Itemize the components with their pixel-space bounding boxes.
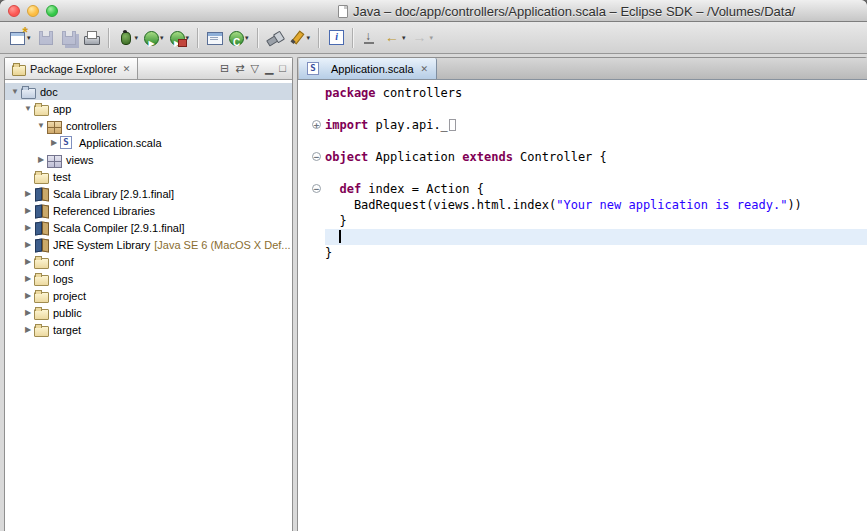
- close-view-icon[interactable]: ✕: [123, 64, 131, 74]
- package-explorer-tab[interactable]: Package Explorer ✕: [5, 58, 138, 79]
- dropdown-arrow-icon[interactable]: ▾: [245, 34, 249, 42]
- javadoc-info-button[interactable]: [324, 26, 347, 50]
- new-java-class-icon: [229, 31, 244, 46]
- package-explorer-toolbar: ⊟⇄▽▁□: [220, 58, 292, 79]
- external-tools-button[interactable]: ▾: [167, 26, 193, 50]
- code-line[interactable]: BadRequest(views.html.index("Your new ap…: [325, 197, 867, 213]
- editor-tab-application-scala[interactable]: S Application.scala ✕: [299, 58, 437, 79]
- close-editor-tab-icon[interactable]: ✕: [421, 64, 429, 74]
- debug-button[interactable]: ▾: [114, 26, 142, 50]
- tree-item-label: logs: [53, 273, 73, 285]
- tree-item-label: Referenced Libraries: [53, 205, 155, 217]
- link-with-editor-icon[interactable]: ⇄: [235, 63, 244, 74]
- folder-icon: [34, 102, 50, 116]
- new-java-class-button[interactable]: ▾: [226, 26, 252, 50]
- tree-item-application-scala[interactable]: ▶SApplication.scala: [5, 134, 292, 151]
- disclosure-collapsed-icon[interactable]: ▶: [22, 291, 34, 300]
- fold-plus-icon[interactable]: +: [312, 120, 321, 129]
- tree-item-scala-compiler-2-9-1-final[interactable]: ▶Scala Compiler [2.9.1.final]: [5, 219, 292, 236]
- fold-minus-icon[interactable]: −: [312, 152, 321, 161]
- tree-item-views[interactable]: ▶views: [5, 151, 292, 168]
- new-java-project-button[interactable]: [203, 26, 226, 50]
- code-line-current[interactable]: [325, 229, 867, 245]
- tree-item-controllers[interactable]: ▼controllers: [5, 117, 292, 134]
- tree-item-scala-library-2-9-1-final[interactable]: ▶Scala Library [2.9.1.final]: [5, 185, 292, 202]
- dropdown-arrow-icon[interactable]: ▾: [430, 34, 434, 42]
- disclosure-collapsed-icon[interactable]: ▶: [22, 240, 34, 249]
- new-java-project-icon: [206, 29, 223, 46]
- search-button[interactable]: [263, 26, 286, 50]
- tree-item-app[interactable]: ▼app: [5, 100, 292, 117]
- toolbar-separator: [197, 28, 198, 48]
- save-all-button: [57, 26, 80, 50]
- main-toolbar: ▾▾▾▾▾▾▾▾: [0, 22, 867, 54]
- disclosure-expanded-icon[interactable]: ▼: [22, 104, 34, 113]
- code-line[interactable]: [325, 133, 867, 149]
- code-line[interactable]: [325, 101, 867, 117]
- tree-item-logs[interactable]: ▶logs: [5, 270, 292, 287]
- new-wizard-button[interactable]: ▾: [6, 26, 34, 50]
- tree-item-label: target: [53, 324, 81, 336]
- disclosure-expanded-icon[interactable]: ▼: [9, 87, 21, 96]
- code-line[interactable]: package controllers: [325, 85, 867, 101]
- disclosure-expanded-icon[interactable]: ▼: [35, 121, 47, 130]
- tree-item-label: doc: [40, 86, 58, 98]
- fold-ruler-cell: [298, 197, 325, 213]
- save-button: [34, 26, 57, 50]
- print-icon: [83, 29, 100, 46]
- code-line[interactable]: object Application extends Controller {: [325, 149, 867, 165]
- mark-occurrences-button[interactable]: ▾: [286, 26, 314, 50]
- tree-item-doc[interactable]: ▼doc: [5, 83, 292, 100]
- package-explorer-view: Package Explorer ✕ ⊟⇄▽▁□ ▼doc▼app▼contro…: [4, 57, 293, 531]
- title-wrap: Java – doc/app/controllers/Application.s…: [338, 0, 867, 22]
- text-caret: [339, 230, 341, 243]
- dropdown-arrow-icon[interactable]: ▾: [135, 34, 139, 42]
- minimize-window-button[interactable]: [27, 5, 39, 17]
- code-line[interactable]: }: [325, 245, 867, 261]
- tree-item-referenced-libraries[interactable]: ▶Referenced Libraries: [5, 202, 292, 219]
- save-all-icon: [60, 29, 77, 46]
- print-button[interactable]: [80, 26, 103, 50]
- code-area[interactable]: package controllers +import play.api._ −…: [298, 80, 867, 531]
- tree-item-test[interactable]: test: [5, 168, 292, 185]
- tree-item-project[interactable]: ▶project: [5, 287, 292, 304]
- tree-item-label: project: [53, 290, 86, 302]
- disclosure-collapsed-icon[interactable]: ▶: [22, 223, 34, 232]
- traffic-lights: [8, 5, 58, 17]
- code-line[interactable]: def index = Action {: [325, 181, 867, 197]
- zoom-window-button[interactable]: [46, 5, 58, 17]
- project-icon: [21, 85, 37, 99]
- disclosure-collapsed-icon[interactable]: ▶: [22, 257, 34, 266]
- tree-item-jre-system-library[interactable]: ▶JRE System Library[Java SE 6 (MacOS X D…: [5, 236, 292, 253]
- tree-item-decoration: [Java SE 6 (MacOS X Def...: [154, 239, 290, 251]
- back-button[interactable]: ▾: [381, 26, 409, 50]
- mark-occurrences-icon: [289, 29, 306, 46]
- fold-ruler-cell: [298, 101, 325, 117]
- view-menu-icon[interactable]: ▽: [250, 63, 258, 74]
- disclosure-collapsed-icon[interactable]: ▶: [48, 138, 60, 147]
- minimize-icon[interactable]: ▁: [265, 63, 273, 74]
- dropdown-arrow-icon[interactable]: ▾: [402, 34, 406, 42]
- disclosure-collapsed-icon[interactable]: ▶: [22, 206, 34, 215]
- titlebar[interactable]: Java – doc/app/controllers/Application.s…: [0, 0, 867, 22]
- disclosure-collapsed-icon[interactable]: ▶: [22, 189, 34, 198]
- dropdown-arrow-icon[interactable]: ▾: [307, 34, 311, 42]
- fold-minus-icon[interactable]: −: [312, 184, 321, 193]
- disclosure-collapsed-icon[interactable]: ▶: [22, 274, 34, 283]
- tree-item-public[interactable]: ▶public: [5, 304, 292, 321]
- close-window-button[interactable]: [8, 5, 20, 17]
- disclosure-collapsed-icon[interactable]: ▶: [35, 155, 47, 164]
- dropdown-arrow-icon[interactable]: ▾: [160, 34, 164, 42]
- run-button[interactable]: ▾: [141, 26, 167, 50]
- disclosure-collapsed-icon[interactable]: ▶: [22, 325, 34, 334]
- last-edit-location-button[interactable]: [358, 26, 381, 50]
- code-line[interactable]: }: [325, 213, 867, 229]
- tree-item-target[interactable]: ▶target: [5, 321, 292, 338]
- maximize-icon[interactable]: □: [279, 63, 286, 74]
- disclosure-collapsed-icon[interactable]: ▶: [22, 308, 34, 317]
- code-line[interactable]: import play.api._: [325, 117, 867, 133]
- code-line[interactable]: [325, 165, 867, 181]
- toolbar-separator: [257, 28, 258, 48]
- collapse-all-icon[interactable]: ⊟: [220, 63, 229, 74]
- tree-item-conf[interactable]: ▶conf: [5, 253, 292, 270]
